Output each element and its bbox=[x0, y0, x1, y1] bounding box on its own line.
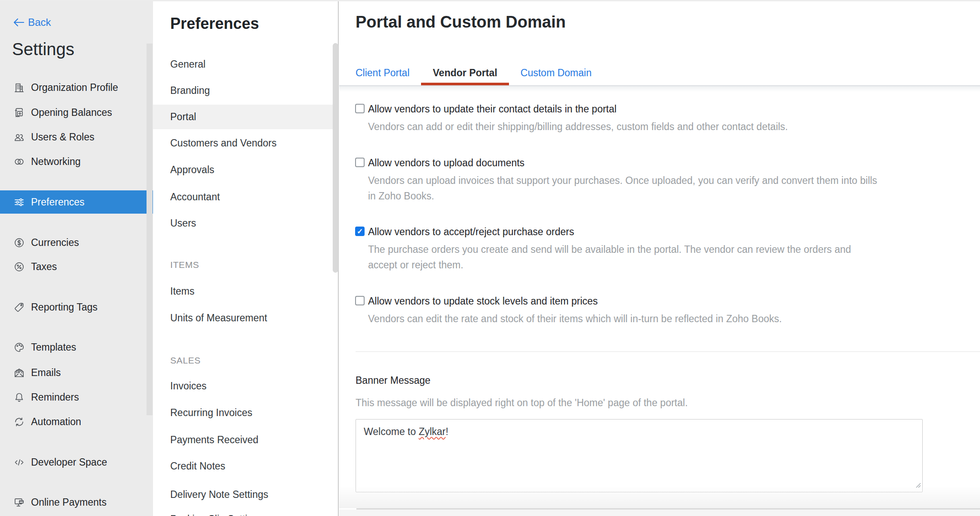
pref-item-label: Recurring Invoices bbox=[170, 406, 252, 419]
sidebar-item-preferences[interactable]: Preferences bbox=[0, 190, 153, 214]
percent-icon bbox=[13, 261, 25, 273]
preferences-menu-scrollbar[interactable] bbox=[333, 43, 338, 273]
sidebar-scrollbar[interactable] bbox=[147, 44, 153, 415]
pref-item-items[interactable]: Items bbox=[153, 285, 338, 298]
tab-client-portal[interactable]: Client Portal bbox=[344, 63, 421, 85]
toggle-label[interactable]: Allow vendors to upload documents bbox=[368, 156, 524, 169]
sidebar-item-emails[interactable]: Emails bbox=[0, 366, 153, 379]
sidebar-item-label: Opening Balances bbox=[31, 106, 112, 119]
pref-item-approvals[interactable]: Approvals bbox=[153, 163, 338, 176]
banner-text-misspelled-word: Zylkar bbox=[418, 426, 446, 437]
sync-icon bbox=[13, 416, 25, 428]
sidebar-item-label: Online Payments bbox=[31, 496, 106, 509]
toggle-description: Vendors can edit the rate and stock of t… bbox=[368, 311, 782, 326]
users-roles-icon bbox=[13, 131, 25, 143]
settings-title: Settings bbox=[12, 40, 75, 59]
checkbox-upload-documents[interactable] bbox=[355, 158, 365, 167]
sidebar-item-online-payments[interactable]: Online Payments bbox=[0, 496, 153, 509]
sidebar-item-label: Emails bbox=[31, 366, 61, 379]
banner-message-textarea[interactable]: Welcome to Zylkar! bbox=[356, 419, 923, 492]
pref-item-invoices[interactable]: Invoices bbox=[153, 379, 338, 392]
pref-section-sales: SALES bbox=[170, 354, 201, 367]
sidebar-item-reporting-tags[interactable]: Reporting Tags bbox=[0, 301, 153, 314]
back-link[interactable]: Back bbox=[13, 16, 51, 28]
pref-item-label: Approvals bbox=[170, 163, 214, 176]
portal-settings-panel: Portal and Custom Domain Client Portal V… bbox=[339, 0, 980, 516]
tab-custom-domain[interactable]: Custom Domain bbox=[509, 63, 603, 85]
pref-item-delivery-note-settings[interactable]: Delivery Note Settings bbox=[153, 488, 338, 501]
sidebar-item-label: Reminders bbox=[31, 391, 79, 404]
pref-item-accountant[interactable]: Accountant bbox=[153, 190, 338, 203]
pref-item-users[interactable]: Users bbox=[153, 217, 338, 230]
portal-tabs: Client Portal Vendor Portal Custom Domai… bbox=[344, 63, 603, 85]
pref-item-label: Packing Slip Settings bbox=[170, 513, 263, 516]
pref-item-recurring-invoices[interactable]: Recurring Invoices bbox=[153, 406, 338, 419]
tab-label: Client Portal bbox=[356, 67, 409, 78]
checkbox-accept-reject-purchase-orders[interactable]: ✓ bbox=[355, 227, 365, 236]
checkbox-update-stock-levels[interactable] bbox=[355, 296, 365, 305]
sidebar-item-label: Preferences bbox=[31, 190, 84, 214]
tab-vendor-portal[interactable]: Vendor Portal bbox=[421, 63, 509, 85]
palette-icon bbox=[13, 341, 25, 353]
envelope-icon bbox=[13, 367, 25, 379]
code-icon bbox=[13, 456, 25, 468]
back-label: Back bbox=[28, 16, 51, 28]
networking-icon bbox=[13, 155, 25, 168]
sidebar-item-organization-profile[interactable]: Organization Profile bbox=[0, 81, 153, 94]
pref-section-items: ITEMS bbox=[170, 258, 199, 271]
sidebar-item-currencies[interactable]: Currencies bbox=[0, 236, 153, 249]
sidebar-item-label: Currencies bbox=[31, 236, 79, 249]
toggle-label[interactable]: Allow vendors to update stock levels and… bbox=[368, 295, 598, 308]
pref-item-label: Portal bbox=[170, 105, 196, 129]
sidebar-item-taxes[interactable]: Taxes bbox=[0, 260, 153, 273]
bell-icon bbox=[13, 391, 25, 403]
pref-item-label: Units of Measurement bbox=[170, 311, 267, 324]
toggle-description: Vendors can upload invoices that support… bbox=[368, 173, 877, 204]
pref-item-branding[interactable]: Branding bbox=[153, 84, 338, 97]
pref-item-payments-received[interactable]: Payments Received bbox=[153, 433, 338, 446]
textarea-resize-handle[interactable] bbox=[914, 479, 921, 491]
sidebar-item-reminders[interactable]: Reminders bbox=[0, 391, 153, 404]
tabbar-shadow bbox=[339, 86, 980, 92]
preferences-menu-title: Preferences bbox=[170, 15, 259, 33]
sidebar-item-templates[interactable]: Templates bbox=[0, 341, 153, 354]
sidebar-item-label: Organization Profile bbox=[31, 81, 118, 94]
sidebar-item-label: Reporting Tags bbox=[31, 301, 97, 314]
sidebar-item-label: Taxes bbox=[31, 260, 57, 273]
checkbox-update-contact-details[interactable] bbox=[355, 104, 365, 113]
section-divider bbox=[356, 351, 980, 352]
sidebar-item-networking[interactable]: Networking bbox=[0, 155, 153, 168]
tab-label: Vendor Portal bbox=[433, 67, 497, 78]
page-title: Portal and Custom Domain bbox=[356, 13, 566, 31]
sidebar-item-users-roles[interactable]: Users & Roles bbox=[0, 131, 153, 143]
banner-message-label: Banner Message bbox=[356, 374, 431, 387]
banner-message-help: This message will be displayed right on … bbox=[356, 396, 688, 409]
pref-item-label: Users bbox=[170, 217, 196, 230]
bottom-band bbox=[339, 510, 980, 516]
sidebar-item-label: Developer Space bbox=[31, 456, 107, 469]
sidebar-item-opening-balances[interactable]: Opening Balances bbox=[0, 106, 153, 119]
pref-item-label: Branding bbox=[170, 84, 210, 97]
pref-item-general[interactable]: General bbox=[153, 58, 338, 71]
sidebar-item-developer-space[interactable]: Developer Space bbox=[0, 456, 153, 469]
pref-item-credit-notes[interactable]: Credit Notes bbox=[153, 460, 338, 472]
sidebar-item-automation[interactable]: Automation bbox=[0, 415, 153, 428]
toggle-label[interactable]: Allow vendors to update their contact de… bbox=[368, 103, 617, 115]
pref-item-units-of-measurement[interactable]: Units of Measurement bbox=[153, 311, 338, 324]
sidebar-item-label: Users & Roles bbox=[31, 131, 94, 143]
pref-item-label: Payments Received bbox=[170, 433, 259, 446]
pref-item-label: General bbox=[170, 58, 206, 71]
online-payments-icon bbox=[13, 496, 25, 508]
sidebar-item-label: Templates bbox=[31, 341, 76, 354]
pref-item-customers-vendors[interactable]: Customers and Vendors bbox=[153, 137, 338, 149]
toggle-description: Vendors can add or edit their shipping/b… bbox=[368, 119, 788, 134]
settings-sidebar: Back Settings Organization Profile Openi… bbox=[0, 0, 153, 516]
pref-item-packing-slip-settings[interactable]: Packing Slip Settings bbox=[153, 513, 338, 516]
toggle-description: The purchase orders you create and send … bbox=[368, 242, 851, 273]
tag-icon bbox=[13, 301, 25, 313]
pref-item-label: Delivery Note Settings bbox=[170, 488, 268, 501]
pref-item-portal[interactable]: Portal bbox=[153, 105, 338, 129]
toggle-label[interactable]: Allow vendors to accept/reject purchase … bbox=[368, 225, 574, 238]
sidebar-item-label: Networking bbox=[31, 155, 81, 168]
tab-label: Custom Domain bbox=[521, 67, 592, 78]
